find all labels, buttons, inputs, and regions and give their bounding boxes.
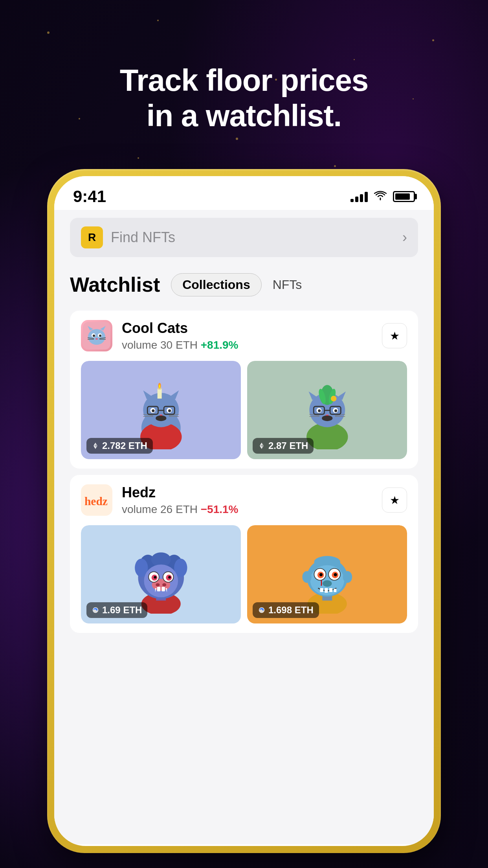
- cool-cats-info: Cool Cats volume 30 ETH +81.9%: [122, 320, 372, 351]
- svg-point-5: [99, 335, 101, 337]
- cool-cats-nft-1[interactable]: 2.782 ETH: [81, 361, 241, 459]
- hedz-star-button[interactable]: ★: [382, 487, 407, 513]
- opensea-icon-2: [258, 607, 265, 614]
- opensea-icon: [92, 607, 99, 614]
- svg-rect-92: [161, 587, 165, 592]
- svg-point-111: [302, 571, 311, 583]
- star: [334, 165, 336, 167]
- svg-point-83: [156, 583, 160, 587]
- tab-nfts[interactable]: NFTs: [273, 278, 302, 292]
- cool-cats-name: Cool Cats: [122, 320, 372, 337]
- svg-point-57: [322, 416, 332, 421]
- headline: Track floor prices in a watchlist.: [0, 63, 488, 133]
- svg-rect-108: [325, 588, 328, 593]
- svg-point-34: [159, 384, 160, 388]
- svg-point-106: [323, 580, 332, 587]
- hedz-volume: volume 26 ETH −51.1%: [122, 503, 372, 516]
- cool-cats-change: +81.9%: [201, 339, 238, 351]
- cool-cats-nft-1-price: 2.782 ETH: [86, 438, 153, 454]
- hedz-change: −51.1%: [201, 503, 238, 515]
- svg-point-23: [152, 409, 154, 412]
- collection-cool-cats-header: Cool Cats volume 30 ETH +81.9% ★: [81, 320, 407, 351]
- headline-line1: Track floor prices: [120, 63, 368, 97]
- svg-point-89: [154, 576, 156, 579]
- svg-point-1: [88, 329, 105, 345]
- eth-icon: [92, 442, 99, 449]
- svg-point-90: [168, 576, 171, 579]
- eth-icon-2: [258, 442, 265, 449]
- svg-point-4: [93, 335, 95, 337]
- svg-rect-109: [329, 588, 332, 592]
- wifi-icon: [374, 190, 387, 203]
- hedz-logo: hedz: [81, 484, 112, 516]
- hedz-nft-1-price: 1.69 ETH: [86, 602, 147, 618]
- collection-hedz: hedz Hedz volume 26 ETH −51.1% ★: [70, 475, 418, 633]
- signal-icon: [350, 191, 368, 202]
- star-icon-2: ★: [390, 494, 400, 507]
- svg-rect-31: [157, 388, 161, 398]
- svg-point-26: [156, 416, 166, 421]
- svg-rect-91: [157, 587, 160, 592]
- svg-point-46: [331, 396, 337, 402]
- svg-text:hedz: hedz: [84, 495, 108, 507]
- hedz-nft-2-price: 1.698 ETH: [253, 602, 319, 618]
- star: [354, 59, 355, 60]
- app-content: R Find NFTs › Watchlist Collections NFTs: [54, 210, 434, 844]
- cool-cats-nft-2-price: 2.87 ETH: [253, 438, 314, 454]
- phone-inner: 9:41: [54, 176, 434, 846]
- hedz-nft-2[interactable]: 1.698 ETH: [247, 525, 407, 623]
- hedz-info: Hedz volume 26 ETH −51.1%: [122, 484, 372, 516]
- svg-point-104: [319, 573, 323, 576]
- hedz-nft-grid: 1.69 ETH: [81, 525, 407, 623]
- hedz-nft-1[interactable]: 1.69 ETH: [81, 525, 241, 623]
- svg-rect-110: [334, 589, 336, 592]
- svg-point-24: [168, 409, 171, 412]
- svg-point-54: [318, 409, 321, 412]
- collection-cool-cats: Cool Cats volume 30 ETH +81.9% ★: [70, 311, 418, 469]
- search-placeholder: Find NFTs: [111, 229, 394, 246]
- battery-icon: [393, 191, 415, 202]
- cool-cats-logo: [81, 320, 112, 351]
- watchlist-header: Watchlist Collections NFTs: [70, 273, 418, 296]
- svg-point-105: [334, 573, 337, 576]
- watchlist-title: Watchlist: [70, 273, 160, 296]
- star: [432, 39, 434, 41]
- search-bar[interactable]: R Find NFTs ›: [70, 218, 418, 257]
- app-logo: R: [81, 226, 103, 248]
- svg-rect-107: [320, 588, 323, 592]
- cool-cats-star-button[interactable]: ★: [382, 323, 407, 348]
- star-icon: ★: [390, 329, 400, 342]
- tab-collections[interactable]: Collections: [171, 273, 261, 296]
- svg-point-55: [334, 409, 337, 412]
- svg-point-8: [95, 338, 98, 340]
- phone-outer: 9:41: [47, 169, 441, 853]
- headline-line2: in a watchlist.: [147, 98, 341, 133]
- status-bar: 9:41: [54, 176, 434, 210]
- star: [138, 157, 139, 159]
- cool-cats-volume: volume 30 ETH +81.9%: [122, 339, 372, 351]
- collection-hedz-header: hedz Hedz volume 26 ETH −51.1% ★: [81, 484, 407, 516]
- star: [157, 20, 159, 21]
- status-time: 9:41: [73, 187, 106, 206]
- svg-point-112: [343, 571, 352, 583]
- search-chevron-icon: ›: [402, 229, 407, 246]
- cool-cats-nft-grid: 2.782 ETH: [81, 361, 407, 459]
- star: [236, 138, 238, 140]
- phone-container: 9:41: [47, 169, 441, 868]
- cool-cats-nft-2[interactable]: 2.87 ETH: [247, 361, 407, 459]
- svg-point-84: [162, 583, 166, 587]
- status-icons: [350, 190, 415, 203]
- star: [47, 31, 50, 34]
- hedz-name: Hedz: [122, 484, 372, 501]
